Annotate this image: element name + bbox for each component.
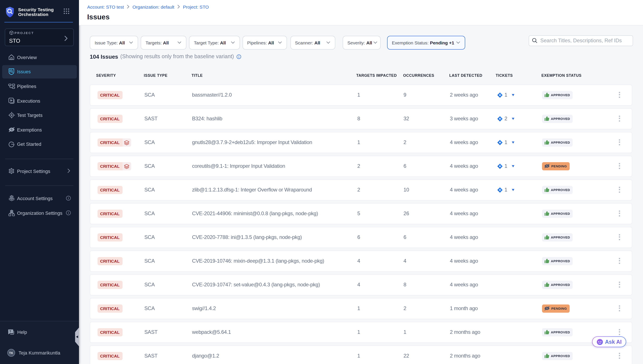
svg-text:?: ? xyxy=(9,330,11,333)
